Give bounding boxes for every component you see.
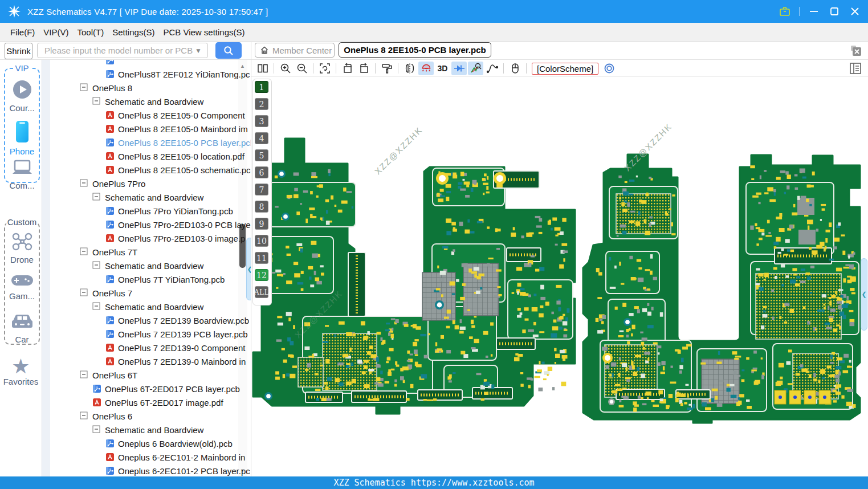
curve-icon[interactable] <box>484 62 500 75</box>
menu-item-3[interactable]: Settings(S) <box>112 27 154 37</box>
layer-button-6[interactable]: 6 <box>255 166 268 178</box>
pcb-file-icon <box>105 70 115 79</box>
menu-item-1[interactable]: VIP(V) <box>43 27 68 37</box>
collapse-minus-icon[interactable] <box>80 370 89 380</box>
search-input[interactable] <box>38 46 195 55</box>
layer-button-4[interactable]: 4 <box>255 132 268 144</box>
collapse-minus-icon[interactable] <box>80 179 89 188</box>
tree-file-row[interactable]: Oneplus 6 Boardview(old).pcb <box>50 437 251 450</box>
tree-file-row[interactable]: OnePlus 7 2ED139 PCB layer.pcb <box>50 327 251 341</box>
collapse-minus-icon[interactable] <box>80 83 89 92</box>
zoom-in-icon[interactable] <box>278 62 293 75</box>
tree-group-row[interactable]: OnePlus 8 <box>50 81 251 95</box>
tree-file-row[interactable]: OnePlus 7T YiDianTong.pcb <box>50 272 251 286</box>
rotate-left-icon[interactable] <box>340 62 355 75</box>
tree-group-row[interactable]: Schematic and Boardview <box>50 190 251 204</box>
tree-group-row[interactable]: Schematic and Boardview <box>50 259 251 272</box>
layer-button-1[interactable]: 1 <box>255 81 268 93</box>
split-view-icon[interactable] <box>255 62 270 75</box>
tree-file-row[interactable]: Oneplus 6-2EC101-2 PCB layer.pc <box>50 464 251 476</box>
tree-group-row[interactable]: OnePlus 7 <box>50 286 251 300</box>
vip-briefcase-icon[interactable] <box>779 5 791 18</box>
close-button[interactable] <box>849 5 861 18</box>
tree-file-row[interactable]: OnePlus 7Pro-2ED103-0 PCB laye <box>50 218 251 231</box>
trace-measure-icon[interactable] <box>468 62 483 75</box>
chevron-down-icon[interactable]: ▼ <box>195 47 202 55</box>
model-search-field[interactable]: ▼ <box>37 43 208 58</box>
tree-file-row[interactable]: Oneplus 6-2EC101-2 Mainbord in <box>50 450 251 464</box>
active-document-tab[interactable]: OnePlus 8 2EE105-0 PCB layer.pcb <box>339 42 491 58</box>
member-center-button[interactable]: Member Center <box>255 43 335 58</box>
tree-file-row[interactable]: OnePlus 8 2EE105-0 location.pdf <box>50 149 251 163</box>
collapse-minus-icon[interactable] <box>80 247 89 256</box>
tree-group-row[interactable]: Schematic and Boardview <box>50 95 251 108</box>
sidebar-item-com[interactable]: Com... <box>5 159 39 190</box>
layer-button-3[interactable]: 3 <box>255 115 268 127</box>
tree-group-row[interactable]: OnePlus 6 <box>50 409 251 423</box>
tree-file-row[interactable]: OnePlus 6T-2ED017 image.pdf <box>50 396 251 409</box>
tree-file-row[interactable]: OnePlus 8 2EE105-0 Component <box>50 108 251 122</box>
maximize-button[interactable] <box>828 5 841 18</box>
layer-button-10[interactable]: 10 <box>255 235 268 247</box>
tree-file-row[interactable]: OnePlus 8 2EE105-0 Mainbord im <box>50 122 251 136</box>
tree-group-row[interactable]: OnePlus 7T <box>50 245 251 259</box>
canvas-collapse-handle[interactable]: ❮ <box>861 258 867 331</box>
rotate-right-icon[interactable] <box>356 62 372 75</box>
sidebar-item-phone[interactable]: Phone <box>5 120 39 156</box>
sidebar-item-gam[interactable]: Gam... <box>5 273 39 301</box>
fit-view-icon[interactable] <box>317 62 332 75</box>
layer-button-9[interactable]: 9 <box>255 218 268 230</box>
tree-file-row[interactable]: OnePlus 8 2EE105-0 PCB layer.pcb <box>50 136 251 149</box>
tree-group-row[interactable]: OnePlus 6T <box>50 368 251 382</box>
layer-button-7[interactable]: 7 <box>255 184 268 195</box>
layer-button-5[interactable]: 5 <box>255 149 268 161</box>
layer-button-8[interactable]: 8 <box>255 201 268 213</box>
3d-label-icon[interactable]: 3D <box>435 62 450 75</box>
tree-group-row[interactable]: OnePlus 7Pro <box>50 177 251 190</box>
tree-file-row[interactable]: OnePlus 7 2ED139 Boardview.pcb <box>50 313 251 327</box>
tree-file-row[interactable]: OnePlus 6T-2ED017 PCB layer.pcb <box>50 382 251 396</box>
collapse-minus-icon[interactable] <box>80 288 89 298</box>
close-tab-icon[interactable] <box>850 44 862 57</box>
flip-horizontal-icon[interactable] <box>402 62 417 75</box>
target-circles-icon[interactable] <box>601 62 617 75</box>
collapse-minus-icon[interactable] <box>92 193 101 202</box>
search-button[interactable] <box>215 42 242 59</box>
paint-roller-icon[interactable] <box>379 62 394 75</box>
tree-file-row[interactable] <box>50 60 251 67</box>
menu-item-4[interactable]: PCB View settings(S) <box>163 27 244 37</box>
menu-item-0[interactable]: File(F) <box>10 27 35 37</box>
sidebar-item-cour[interactable]: Cour... <box>5 79 39 113</box>
shrink-button[interactable]: Shrink <box>5 43 32 59</box>
mouse-icon[interactable] <box>507 62 523 75</box>
tree-file-row[interactable]: OnePlus 7 2ED139-0 Component <box>50 341 251 354</box>
layer-button-all[interactable]: ALL <box>255 286 268 298</box>
collapse-minus-icon[interactable] <box>92 425 101 434</box>
diode-icon[interactable] <box>451 62 467 75</box>
layer-panel-icon[interactable] <box>849 62 862 75</box>
collapse-minus-icon[interactable] <box>92 261 101 270</box>
tree-file-row[interactable]: OnePlus8T 2EF012 YiDianTong.pc <box>50 67 251 81</box>
pcb-canvas[interactable]: XZZ@XZZHKXZZ@XZZHKXZZ@XZZHK ❮ 1234567891… <box>251 77 868 476</box>
sidebar-item-car[interactable]: Car <box>5 313 39 344</box>
collapse-minus-icon[interactable] <box>92 97 101 106</box>
lamp-icon[interactable] <box>418 62 434 75</box>
minimize-button[interactable] <box>808 5 820 18</box>
sidebar-item-favorites[interactable]: ★Favorites <box>0 356 42 386</box>
tree-file-row[interactable]: OnePlus 7Pro YiDianTong.pcb <box>50 204 251 218</box>
tree-file-row[interactable]: OnePlus 7 2ED139-0 Mainbord in <box>50 354 251 368</box>
layer-button-2[interactable]: 2 <box>255 98 268 110</box>
zoom-out-icon[interactable] <box>294 62 309 75</box>
tree-file-row[interactable]: OnePlus 8 2EE105-0 schematic.pc <box>50 163 251 177</box>
tree-file-row[interactable]: OnePlus 7Pro-2ED103-0 image.p <box>50 231 251 245</box>
layer-button-12[interactable]: 12 <box>255 269 268 281</box>
tree-group-row[interactable]: Schematic and Boardview <box>50 300 251 313</box>
menu-item-2[interactable]: Tool(T) <box>78 27 104 37</box>
colorscheme-button[interactable]: [ColorScheme] <box>532 63 598 75</box>
pcb-toolbar: 3D[ColorScheme] <box>251 60 868 77</box>
tree-group-row[interactable]: Schematic and Boardview <box>50 423 251 437</box>
layer-button-11[interactable]: 11 <box>255 252 268 264</box>
sidebar-item-drone[interactable]: Drone <box>5 232 39 264</box>
collapse-minus-icon[interactable] <box>80 411 89 421</box>
collapse-minus-icon[interactable] <box>92 302 101 311</box>
